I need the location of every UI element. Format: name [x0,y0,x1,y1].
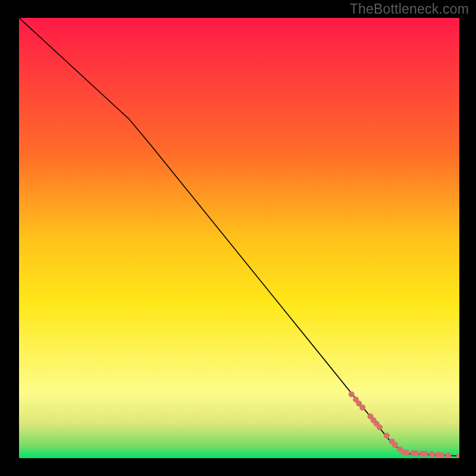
watermark-text: TheBottleneck.com [350,1,469,17]
chart-container: TheBottleneck.com [0,0,476,476]
plot-background [19,18,459,458]
svg-rect-0 [19,18,459,458]
